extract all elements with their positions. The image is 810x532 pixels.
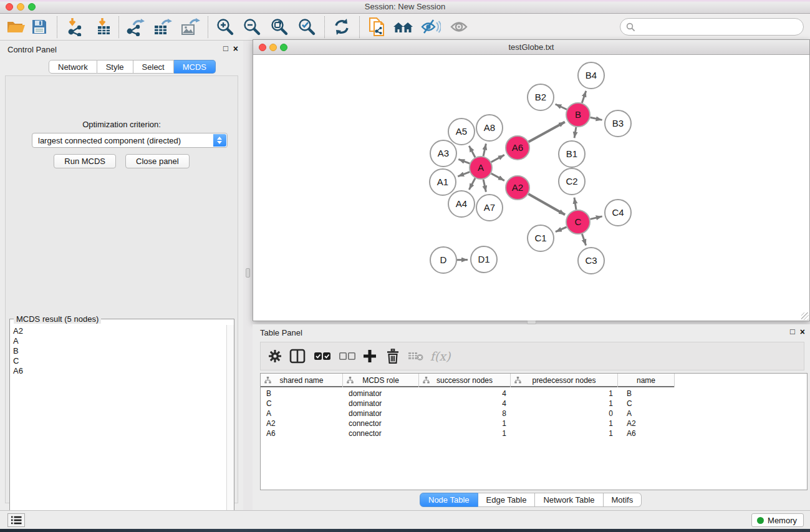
column-header[interactable]: MCDS role <box>343 374 419 387</box>
eye-icon[interactable] <box>448 16 470 37</box>
network-from-file-icon[interactable] <box>367 16 388 37</box>
table-cell[interactable]: connector <box>343 418 419 428</box>
tab-node-table[interactable]: Node Table <box>420 493 478 507</box>
function-builder-icon[interactable]: f(x) <box>431 347 450 365</box>
refresh-icon[interactable] <box>331 16 352 37</box>
run-mcds-button[interactable]: Run MCDS <box>54 154 116 168</box>
memory-button[interactable]: Memory <box>751 513 804 527</box>
search-input[interactable] <box>639 22 803 32</box>
task-history-button[interactable] <box>7 513 25 527</box>
table-cell[interactable]: 1 <box>419 418 511 428</box>
graph-edge-A-A7[interactable] <box>483 180 486 192</box>
table-cell[interactable]: 0 <box>511 409 618 418</box>
table-cell[interactable]: 1 <box>511 418 618 428</box>
select-stepper-icon[interactable] <box>213 134 226 147</box>
zoom-fit-icon[interactable] <box>269 16 290 37</box>
table-cell[interactable]: dominator <box>343 399 419 409</box>
table-cell[interactable]: connector <box>343 428 419 438</box>
graph-node-A7[interactable]: A7 <box>476 195 503 221</box>
graph-edge-C-C2[interactable] <box>574 198 576 210</box>
graph-node-B1[interactable]: B1 <box>559 141 585 167</box>
settings-gear-icon[interactable] <box>266 347 284 365</box>
hide-panel-icon[interactable] <box>420 16 441 37</box>
tab-mcds[interactable]: MCDS <box>174 60 216 74</box>
graph-node-A5[interactable]: A5 <box>448 118 475 145</box>
column-header[interactable]: successor nodes <box>419 374 511 387</box>
table-cell[interactable]: A2 <box>618 418 675 428</box>
table-cell[interactable]: A6 <box>618 428 675 438</box>
graph-node-B3[interactable]: B3 <box>605 110 631 137</box>
graph-edge-C-C1[interactable] <box>556 227 567 232</box>
export-image-icon[interactable] <box>180 16 201 37</box>
result-list-item[interactable]: A2 <box>11 326 226 336</box>
table-cell[interactable]: dominator <box>343 409 419 418</box>
network-canvas-svg[interactable]: AA1A3A4A5A7A8A6A2BB1B2B3B4CC1C2C3C4DD1 <box>253 55 809 321</box>
select-all-icon[interactable] <box>313 347 332 365</box>
graph-node-A1[interactable]: A1 <box>430 169 456 195</box>
graph-node-B2[interactable]: B2 <box>528 84 554 110</box>
export-network-icon[interactable] <box>125 16 146 37</box>
graph-edge-A-A8[interactable] <box>483 143 486 156</box>
graph-node-A6[interactable]: A6 <box>506 136 529 160</box>
graph-edge-A2-C[interactable] <box>528 194 565 215</box>
graph-node-A4[interactable]: A4 <box>448 191 475 217</box>
table-cell[interactable]: A <box>618 409 675 418</box>
column-header[interactable]: predecessor nodes <box>511 374 618 387</box>
import-network-icon[interactable] <box>64 16 85 37</box>
table-cell[interactable]: dominator <box>343 389 419 399</box>
graph-edge-A-A1[interactable] <box>458 172 470 177</box>
open-folder-icon[interactable] <box>5 16 26 37</box>
tab-motifs[interactable]: Motifs <box>604 493 642 507</box>
close-table-panel-icon[interactable]: × <box>800 327 805 337</box>
result-list-item[interactable]: A6 <box>11 366 226 376</box>
graph-node-C1[interactable]: C1 <box>528 225 554 251</box>
delete-table-icon[interactable] <box>407 347 425 365</box>
graph-edge-A-A6[interactable] <box>491 155 504 162</box>
table-cell[interactable]: B <box>618 389 675 399</box>
table-row[interactable]: Cdominator41C <box>261 399 807 409</box>
tab-edge-table[interactable]: Edge Table <box>478 493 536 507</box>
vertical-splitter-handle[interactable] <box>246 268 250 278</box>
criterion-select[interactable]: largest connected component (directed) <box>32 133 228 148</box>
graph-node-A[interactable]: A <box>470 157 492 179</box>
graph-node-B4[interactable]: B4 <box>578 62 604 89</box>
table-cell[interactable]: A <box>261 409 343 418</box>
zoom-in-icon[interactable] <box>215 16 236 37</box>
graph-edge-A-A4[interactable] <box>469 178 475 190</box>
graph-edge-B-B4[interactable] <box>582 91 586 103</box>
table-cell[interactable]: 1 <box>511 389 618 399</box>
float-table-panel-icon[interactable]: □ <box>790 327 795 337</box>
table-cell[interactable]: C <box>261 399 343 409</box>
graph-node-C2[interactable]: C2 <box>559 168 585 195</box>
column-header[interactable]: shared name <box>261 374 343 387</box>
table-cell[interactable]: 4 <box>419 389 511 399</box>
add-column-icon[interactable] <box>360 347 379 365</box>
graph-edge-C-C3[interactable] <box>582 234 586 246</box>
graph-edge-B-B3[interactable] <box>591 117 602 120</box>
table-row[interactable]: A2connector11A2 <box>261 418 807 428</box>
graph-node-C3[interactable]: C3 <box>578 248 604 274</box>
table-cell[interactable]: 8 <box>419 409 511 418</box>
float-panel-icon[interactable]: □ <box>223 44 228 54</box>
tab-network[interactable]: Network <box>49 60 97 74</box>
result-list-item[interactable]: A <box>11 336 226 346</box>
graph-node-D[interactable]: D <box>430 247 456 273</box>
graph-edge-B-B2[interactable] <box>556 104 567 110</box>
graph-edge-B-B1[interactable] <box>574 127 576 138</box>
graph-node-A2[interactable]: A2 <box>506 176 529 200</box>
delete-column-icon[interactable] <box>383 347 402 365</box>
graph-node-C[interactable]: C <box>566 210 590 234</box>
table-cell[interactable]: 1 <box>419 428 511 438</box>
table-cell[interactable]: C <box>618 399 675 409</box>
tab-style[interactable]: Style <box>97 60 133 74</box>
close-panel-button[interactable]: Close panel <box>125 154 190 168</box>
result-list-item[interactable]: C <box>11 356 226 366</box>
table-row[interactable]: A6connector11A6 <box>261 428 807 438</box>
graph-node-A8[interactable]: A8 <box>476 115 503 141</box>
zoom-selected-icon[interactable] <box>296 16 317 37</box>
graph-node-D1[interactable]: D1 <box>471 246 497 273</box>
graph-edge-C-C4[interactable] <box>591 216 602 220</box>
export-table-icon[interactable] <box>152 16 173 37</box>
tab-network-table[interactable]: Network Table <box>535 493 603 507</box>
resize-grip-icon[interactable] <box>801 312 809 320</box>
